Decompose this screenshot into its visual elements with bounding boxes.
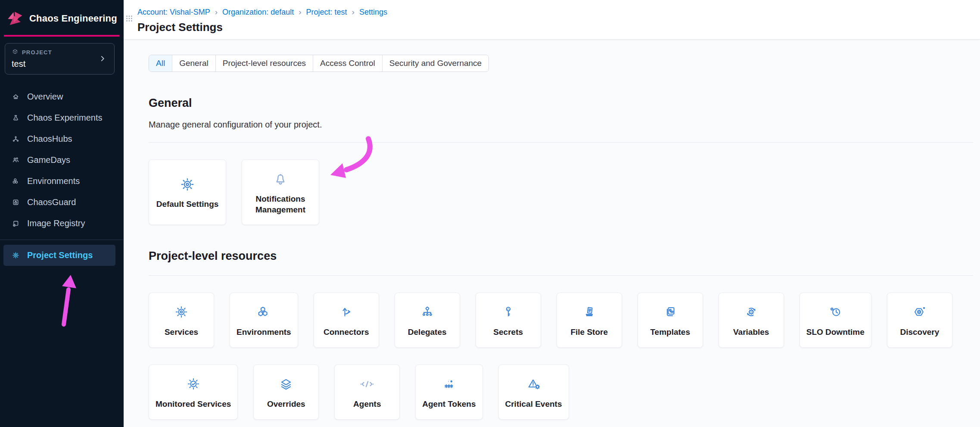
layers-icon: [277, 375, 295, 393]
card-label: Templates: [650, 327, 690, 337]
card-monitored-services[interactable]: Monitored Services: [149, 365, 238, 420]
section-divider: [149, 142, 973, 143]
sidebar: Chaos Engineering PROJECT test: [0, 0, 124, 427]
sidebar-item-label: Environments: [27, 176, 80, 186]
module-grid-icon[interactable]: [123, 12, 136, 25]
content-area: AllGeneralProject-level resourcesAccess …: [124, 40, 980, 427]
sidebar-item-overview[interactable]: Overview: [0, 86, 124, 107]
card-variables[interactable]: Variables: [719, 293, 784, 348]
page-header: Account: Vishal-SMP›Organization: defaul…: [124, 0, 980, 40]
card-secrets[interactable]: Secrets: [476, 293, 541, 348]
brand-accent-line: [4, 35, 119, 37]
tab-project-level-resources[interactable]: Project-level resources: [216, 55, 313, 72]
tab-general[interactable]: General: [172, 55, 216, 72]
sidebar-item-label: ChaosHubs: [27, 134, 72, 144]
sidebar-item-chaosguard[interactable]: ChaosGuard: [0, 192, 124, 213]
sidebar-divider: [0, 240, 124, 240]
shield-lock-icon: [11, 197, 21, 207]
card-label: SLO Downtime: [806, 327, 865, 337]
chaos-engineering-logo-icon: [6, 9, 24, 28]
project-name: test: [12, 59, 98, 69]
tokens-icon: [440, 375, 458, 393]
templates-icon: [661, 303, 679, 321]
card-label: Variables: [733, 327, 769, 337]
breadcrumb-link-account-vishal-smp[interactable]: Account: Vishal-SMP: [137, 8, 210, 17]
settings-tabs: AllGeneralProject-level resourcesAccess …: [149, 55, 489, 72]
gear-check-icon: [184, 375, 202, 393]
sidebar-item-gamedays[interactable]: GameDays: [0, 150, 124, 171]
card-label: Agent Tokens: [422, 399, 476, 409]
environments-icon: [11, 176, 21, 186]
card-overrides[interactable]: Overrides: [253, 365, 319, 420]
card-label: Notifications Management: [249, 193, 312, 215]
tab-access-control[interactable]: Access Control: [313, 55, 383, 72]
flask-icon: [11, 113, 21, 123]
card-delegates[interactable]: Delegates: [395, 293, 460, 348]
sidebar-item-environments[interactable]: Environments: [0, 171, 124, 192]
sidebar-item-chaoshubs[interactable]: ChaosHubs: [0, 128, 124, 150]
card-environments[interactable]: Environments: [230, 293, 298, 348]
users-icon: [11, 155, 21, 165]
card-services[interactable]: Services: [149, 293, 214, 348]
card-critical-events[interactable]: Critical Events: [498, 365, 569, 420]
tab-security-and-governance[interactable]: Security and Governance: [383, 55, 488, 72]
breadcrumb-link-settings[interactable]: Settings: [359, 8, 387, 17]
card-slo-downtime[interactable]: SLO Downtime: [800, 293, 871, 348]
key-icon: [499, 303, 517, 321]
card-label: Secrets: [493, 327, 523, 337]
card-agent-tokens[interactable]: Agent Tokens: [415, 365, 482, 420]
sidebar-item-image-registry[interactable]: Image Registry: [0, 213, 124, 234]
sidebar-item-label: Overview: [27, 92, 63, 102]
bell-icon: [271, 169, 290, 189]
card-default-settings[interactable]: Default Settings: [149, 159, 226, 225]
section-description: Manage general configuration of your pro…: [149, 120, 973, 130]
section-title-general: General: [149, 97, 973, 110]
breadcrumb-separator: ›: [215, 7, 218, 17]
sidebar-item-chaos-experiments[interactable]: Chaos Experiments: [0, 107, 124, 128]
breadcrumb-link-organization-default[interactable]: Organization: default: [222, 8, 294, 17]
sidebar-item-label: GameDays: [27, 155, 70, 165]
brand-header: Chaos Engineering: [0, 0, 124, 35]
card-label: File Store: [570, 327, 608, 337]
card-discovery[interactable]: Discovery: [887, 293, 952, 348]
card-row: Monitored ServicesOverridesAgentsAgent T…: [149, 365, 973, 420]
chevron-right-icon: [98, 54, 107, 63]
section-divider: [149, 275, 973, 276]
page-title: Project Settings: [137, 21, 980, 34]
warning-gear-icon: [525, 375, 543, 393]
card-agents[interactable]: Agents: [334, 365, 400, 420]
card-notifications-management[interactable]: Notifications Management: [242, 159, 319, 225]
card-row: Default SettingsNotifications Management: [149, 159, 973, 225]
code-icon: [358, 375, 376, 393]
delegates-icon: [418, 303, 436, 321]
breadcrumb-separator: ›: [299, 7, 301, 17]
card-templates[interactable]: Templates: [638, 293, 703, 348]
settings-sections: GeneralManage general configuration of y…: [149, 97, 973, 420]
hub-icon: [11, 134, 21, 144]
cube-icon: [12, 48, 19, 56]
card-label: Default Settings: [156, 199, 219, 209]
section-title-project-level-resources: Project-level resources: [149, 249, 973, 263]
card-label: Delegates: [408, 327, 447, 337]
file-store-icon: [580, 303, 598, 321]
sidebar-item-label: Chaos Experiments: [27, 113, 103, 123]
registry-icon: [11, 218, 21, 228]
sidebar-item-label: Image Registry: [27, 218, 85, 228]
sidebar-item-project-settings[interactable]: Project Settings: [3, 245, 115, 266]
breadcrumb: Account: Vishal-SMP›Organization: defaul…: [137, 7, 980, 17]
card-row: ServicesEnvironmentsConnectorsDelegatesS…: [149, 293, 973, 348]
tab-all[interactable]: All: [149, 55, 172, 72]
project-label: PROJECT: [22, 49, 52, 56]
card-label: Monitored Services: [156, 399, 231, 409]
home-icon: [11, 92, 21, 102]
breadcrumb-link-project-test[interactable]: Project: test: [306, 8, 347, 17]
card-label: Services: [165, 327, 198, 337]
card-connectors[interactable]: Connectors: [314, 293, 379, 348]
card-label: Environments: [236, 327, 291, 337]
hexagons-icon: [255, 303, 273, 321]
card-file-store[interactable]: File Store: [557, 293, 622, 348]
card-label: Discovery: [900, 327, 939, 337]
main-area: Account: Vishal-SMP›Organization: defaul…: [124, 0, 980, 427]
clock-icon: [826, 303, 844, 321]
project-selector[interactable]: PROJECT test: [5, 43, 115, 75]
